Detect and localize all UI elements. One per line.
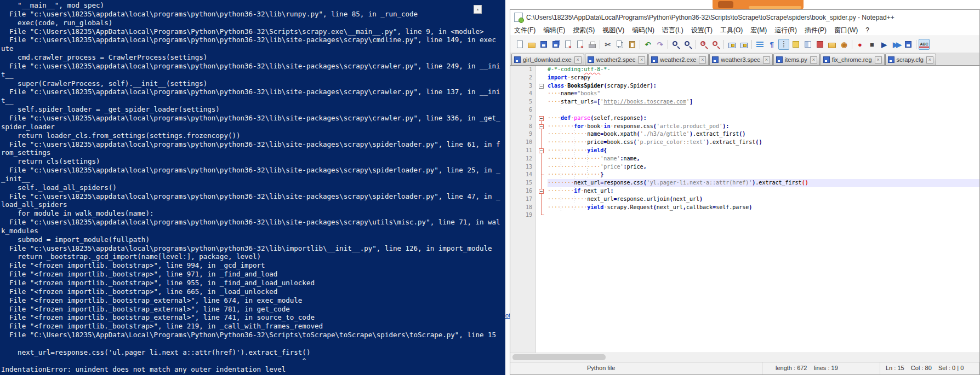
scrollbar-up-arrow-icon[interactable]: ▲ [474,5,482,14]
fold-margin[interactable] [535,82,548,90]
zoom-in-button[interactable] [698,39,709,50]
code-text[interactable]: ············name=book.xpath('./h3/a/@tit… [548,130,979,139]
new-file-button[interactable] [514,39,525,50]
fold-collapse-icon[interactable] [539,116,544,121]
menu-item[interactable]: 语言(L) [658,25,687,36]
code-line[interactable]: 11············yield{ [510,147,979,155]
fold-margin[interactable] [535,139,548,147]
fold-margin[interactable] [535,187,548,195]
close-all-button[interactable] [574,39,585,50]
title-bar[interactable]: C:\Users\18235\AppData\Local\Programs\Py… [510,10,979,25]
cut-button[interactable]: ✂ [602,39,613,50]
find-button[interactable] [670,39,681,50]
fold-collapse-icon[interactable] [539,148,544,153]
fold-collapse-icon[interactable] [539,124,544,129]
tab-close-icon[interactable]: × [763,56,770,64]
tab-girl_download.exe[interactable]: girl_download.exe× [511,54,584,65]
fold-margin[interactable] [535,98,548,106]
code-line[interactable]: 18············yield·scrapy.Request(next_… [510,204,979,212]
code-line[interactable]: 16········if·next_url: [510,187,979,195]
tab-fix_chrome.reg[interactable]: fix_chrome.reg× [821,54,885,65]
line-number[interactable]: 15 [510,179,535,187]
line-number[interactable]: 12 [510,155,535,163]
code-text[interactable] [548,106,979,114]
menu-item[interactable]: 运行(R) [771,25,801,36]
code-line[interactable]: 15········next_url=response.css('yl.page… [510,179,979,187]
code-text[interactable]: import·scrapy [548,74,979,82]
menu-item[interactable]: ? [862,25,873,35]
fold-margin[interactable] [535,163,548,171]
line-number[interactable]: 18 [510,204,535,212]
fold-margin[interactable] [535,106,548,114]
menu-item[interactable]: 窗口(W) [830,25,862,36]
fold-margin[interactable] [535,114,548,123]
code-text[interactable]: ············next_url=response.urljoin(ne… [548,195,979,204]
code-text[interactable]: ············yield·scrapy.Request(next_ur… [548,204,979,212]
code-line[interactable]: 9············name=book.xpath('./h3/a/@ti… [510,130,979,139]
tab-weather2.exe[interactable]: weather2.exe× [648,54,709,65]
line-number[interactable]: 16 [510,187,535,195]
tab-close-icon[interactable]: × [926,56,933,64]
horizontal-scrollbar-thumb[interactable] [512,354,606,360]
line-number[interactable]: 10 [510,139,535,147]
function-list-button[interactable] [790,39,801,50]
fold-collapse-icon[interactable] [539,84,544,89]
fold-margin[interactable] [535,66,548,74]
macro-run-multiple-button[interactable]: ▶▶ [891,39,902,50]
line-number[interactable]: 14 [510,171,535,179]
copy-button[interactable] [614,39,625,50]
tab-items.py[interactable]: items.py× [773,54,820,65]
code-line[interactable]: 6 [510,106,979,114]
code-line[interactable]: 14················} [510,171,979,179]
tab-close-icon[interactable]: × [810,56,817,64]
code-text[interactable]: class·BooksSpider(scrapy.Spider): [548,82,979,90]
code-line[interactable]: 10············price=book.css('p.price_co… [510,139,979,147]
code-line[interactable]: 5····start_urls=['http://books.toscrape.… [510,98,979,106]
tab-close-icon[interactable]: × [574,56,582,64]
fold-margin[interactable] [535,74,548,82]
menu-item[interactable]: 工具(O) [716,25,747,36]
code-text[interactable]: ····def·parse(selef,response): [548,114,979,123]
fold-margin[interactable] [535,179,548,187]
fold-margin[interactable] [535,130,548,139]
fold-margin[interactable] [535,171,548,179]
code-line[interactable]: 3class·BooksSpider(scrapy.Spider): [510,82,979,90]
menu-item[interactable]: 文件(F) [510,25,539,36]
show-all-characters-button[interactable]: ¶ [766,39,777,50]
replace-button[interactable] [682,39,693,50]
save-file-button[interactable] [538,39,549,50]
code-line[interactable]: 8········for·book·in·response.css('artcl… [510,123,979,131]
code-line[interactable]: 4····name="books" [510,90,979,98]
line-number[interactable]: 7 [510,114,535,123]
open-file-button[interactable] [526,39,537,50]
line-number[interactable]: 2 [510,74,535,82]
line-number[interactable]: 4 [510,90,535,98]
code-text[interactable]: ········if·next_url: [548,187,979,195]
tab-scrapy.cfg[interactable]: scrapy.cfg× [885,54,936,65]
save-all-button[interactable] [550,39,561,50]
fold-margin[interactable] [535,147,548,155]
fold-margin[interactable] [535,211,548,220]
code-line[interactable]: 13················'price':price, [510,163,979,171]
code-text[interactable]: ················'name':name, [548,155,979,163]
code-text[interactable]: ················'price':price, [548,163,979,171]
code-text[interactable] [548,211,979,220]
print-button[interactable] [586,39,597,50]
fold-margin[interactable] [535,195,548,204]
tab-close-icon[interactable]: × [699,56,706,64]
code-text[interactable]: ············price=book.css('p.price_colo… [548,139,979,147]
folder-as-workspace-button[interactable] [827,39,837,50]
menu-item[interactable]: 编码(N) [628,25,658,36]
line-number[interactable]: 17 [510,195,535,204]
code-line[interactable]: 7····def·parse(selef,response): [510,114,979,123]
fold-margin[interactable] [535,155,548,163]
macro-stop-button[interactable]: ■ [867,39,878,50]
close-file-button[interactable] [562,39,573,50]
code-text[interactable]: ············yield{ [548,147,979,155]
sync-horizontal-scroll-button[interactable] [738,39,749,50]
background-link-fragment[interactable]: ot [505,312,510,319]
fold-margin[interactable] [535,204,548,212]
spell-check-button[interactable]: ABC [919,39,930,50]
zoom-out-button[interactable] [710,39,721,50]
sync-vertical-scroll-button[interactable] [726,39,737,50]
